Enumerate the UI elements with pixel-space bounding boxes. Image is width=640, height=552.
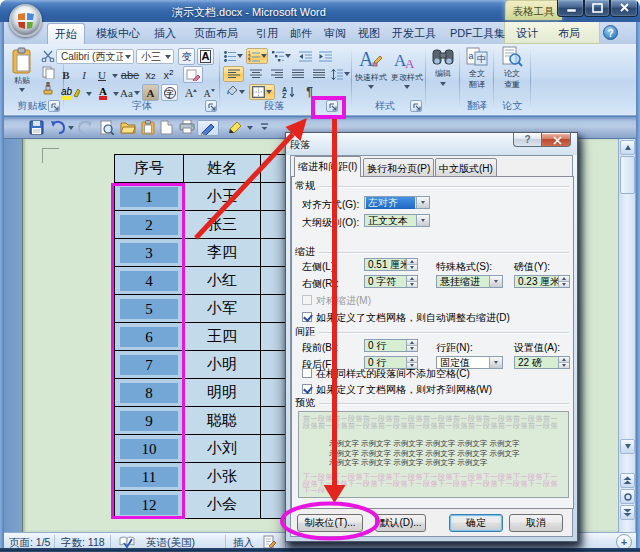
table-cell-edge[interactable]: [261, 435, 287, 463]
spin-button[interactable]: [407, 265, 417, 270]
table-cell-name[interactable]: 小王: [184, 183, 261, 211]
table-header-num[interactable]: 序号: [115, 155, 184, 183]
distribute-button[interactable]: [309, 66, 328, 82]
select-browse-object-button[interactable]: [620, 489, 635, 504]
indent-left-spinner[interactable]: [406, 259, 417, 270]
by-spin[interactable]: 0.23 厘米: [514, 275, 570, 288]
spin-button[interactable]: [559, 363, 569, 368]
format-painter-button[interactable]: [39, 81, 57, 95]
table-cell-edge[interactable]: [261, 211, 287, 239]
highlight-dropdown-icon[interactable]: [86, 92, 92, 96]
table-cell-name[interactable]: 小会: [184, 491, 261, 519]
ribbon-tab[interactable]: 页面布局: [187, 23, 245, 44]
ribbon-tab[interactable]: 引用: [249, 23, 285, 44]
table-header-edge[interactable]: [261, 155, 287, 183]
cancel-button[interactable]: 取消: [509, 514, 563, 532]
shading-button[interactable]: [223, 84, 247, 100]
justify-button[interactable]: [288, 66, 307, 82]
align-left-button[interactable]: [223, 66, 244, 82]
sort-button[interactable]: A Z: [278, 84, 298, 100]
font-color-dropdown-icon[interactable]: [113, 92, 119, 96]
align-right-button[interactable]: [267, 66, 286, 82]
font-size-combo[interactable]: 小三: [136, 49, 174, 64]
draw-pen-button[interactable]: [197, 120, 219, 136]
line-spacing-dropdown-icon[interactable]: [489, 357, 502, 368]
spin-button[interactable]: [559, 282, 569, 287]
ribbon-tab[interactable]: 模板中心: [89, 23, 147, 44]
line-spacing-button[interactable]: [330, 66, 351, 82]
paste-button[interactable]: 粘贴: [6, 47, 38, 92]
ribbon-tab[interactable]: 视图: [351, 23, 387, 44]
table-cell-name[interactable]: 王四: [184, 323, 261, 351]
status-page[interactable]: 页面: 1/5: [9, 535, 50, 549]
multilevel-list-button[interactable]: [270, 48, 292, 64]
close-button[interactable]: [610, 0, 638, 17]
highlighter-button[interactable]: [227, 120, 244, 136]
table-cell-edge[interactable]: [261, 239, 287, 267]
ribbon-tab[interactable]: PDF工具集: [443, 23, 512, 44]
ok-button[interactable]: 确定: [449, 514, 503, 532]
highlighter-dropdown-icon[interactable]: [247, 126, 253, 130]
at-spin[interactable]: 22 磅: [514, 356, 570, 369]
paste-dropdown-icon[interactable]: [19, 88, 25, 92]
status-word-count[interactable]: 字数: 118: [61, 535, 105, 549]
scroll-down-button[interactable]: [620, 439, 635, 454]
undo-button[interactable]: [50, 120, 67, 136]
numbering-button[interactable]: 1 2 3: [246, 48, 268, 64]
font-dialog-launcher[interactable]: [205, 100, 217, 112]
indent-right-spinner[interactable]: [406, 276, 417, 287]
table-cell-edge[interactable]: [261, 379, 287, 407]
font-name-dropdown-icon[interactable]: [123, 55, 134, 59]
table-cell-edge[interactable]: [261, 463, 287, 491]
undo-dropdown-icon[interactable]: [68, 126, 74, 130]
subscript-button[interactable]: x2: [142, 67, 159, 82]
print-button[interactable]: [179, 120, 196, 136]
font-size-dropdown-icon[interactable]: [162, 55, 173, 59]
table-cell-name[interactable]: 小刘: [184, 435, 261, 463]
borders-button[interactable]: [249, 84, 275, 100]
mirror-indents-checkbox[interactable]: 对称缩进(M): [302, 294, 371, 308]
font-name-combo[interactable]: Calibri (西文正: [56, 49, 134, 64]
spin-button[interactable]: [407, 282, 417, 287]
table-cell-name[interactable]: 小明: [184, 351, 261, 379]
table-cell-name[interactable]: 小军: [184, 295, 261, 323]
clipboard-dialog-launcher[interactable]: [48, 100, 60, 112]
italic-button[interactable]: I: [76, 67, 92, 82]
indent-right-spin[interactable]: 0 字符: [364, 275, 418, 288]
table-cell-name[interactable]: 李四: [184, 239, 261, 267]
dialog-tab-indent-spacing[interactable]: 缩进和间距(I): [294, 156, 361, 177]
underline-button[interactable]: U: [94, 67, 110, 82]
dialog-close-button[interactable]: [541, 133, 571, 147]
status-insert-mode[interactable]: 插入: [233, 535, 254, 549]
open-button[interactable]: [120, 120, 137, 136]
table-cell-name[interactable]: 小张: [184, 463, 261, 491]
ribbon-context-tab[interactable]: 布局: [551, 23, 587, 44]
change-styles-button[interactable]: A A 更改样式: [390, 46, 424, 89]
clear-formatting-button[interactable]: [183, 66, 203, 83]
outline-level-combo[interactable]: 正文文本: [364, 214, 430, 227]
ribbon-tab[interactable]: 插入: [147, 23, 183, 44]
ribbon-tab[interactable]: 开始: [47, 23, 85, 44]
underline-dropdown-icon[interactable]: [112, 74, 118, 78]
quick-styles-button[interactable]: A 快速样式: [354, 46, 388, 89]
dialog-title-bar[interactable]: 段落 ?: [286, 133, 577, 155]
no-space-same-style-checkbox[interactable]: 在相同样式的段落间不添加空格(C): [302, 367, 470, 381]
table-cell-name[interactable]: 张三: [184, 211, 261, 239]
table-cell-edge[interactable]: [261, 407, 287, 435]
by-spinner[interactable]: [558, 276, 569, 287]
alignment-dropdown-icon[interactable]: [416, 197, 429, 208]
redo-button[interactable]: [77, 120, 94, 136]
styles-dialog-launcher[interactable]: [410, 100, 422, 112]
scroll-up-button[interactable]: [620, 140, 635, 155]
dialog-tab-asian-typography[interactable]: 中文版式(H): [435, 158, 497, 177]
dialog-help-button[interactable]: ?: [513, 133, 541, 147]
spin-button[interactable]: [407, 346, 417, 351]
at-spinner[interactable]: [558, 357, 569, 368]
snap-to-grid-checkbox[interactable]: 如果定义了文档网格，则对齐到网格(W): [302, 383, 492, 397]
minimize-button[interactable]: [557, 0, 584, 17]
increase-indent-button[interactable]: [316, 48, 334, 64]
indent-left-spin[interactable]: 0.51 厘米: [364, 258, 418, 271]
cut-button[interactable]: [39, 49, 57, 63]
table-cell-edge[interactable]: [261, 267, 287, 295]
ribbon-tab[interactable]: 开发工具: [385, 23, 443, 44]
